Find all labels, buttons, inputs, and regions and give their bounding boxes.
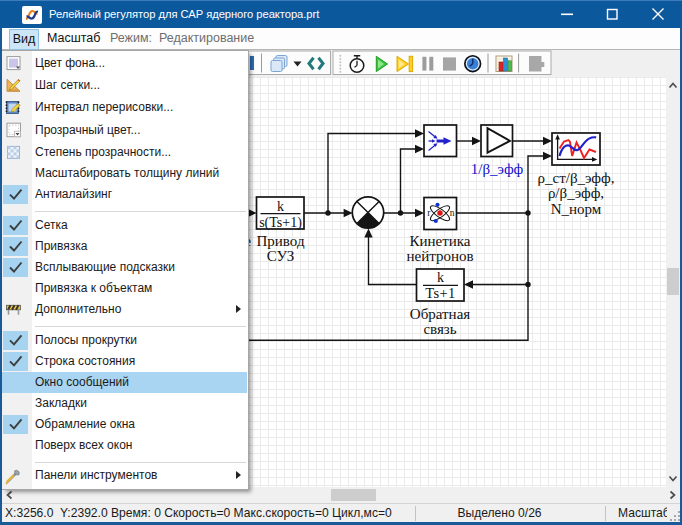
svg-text:нейтронов: нейтронов [406, 248, 473, 264]
svg-text:k: k [437, 270, 444, 285]
svg-text:1/β_эфф: 1/β_эфф [471, 161, 524, 177]
svg-text:n: n [450, 208, 455, 218]
svg-text:N_норм: N_норм [551, 201, 602, 217]
svg-text:ρ_ст/β_эфф,: ρ_ст/β_эфф, [538, 170, 615, 186]
svg-text:Ts+1: Ts+1 [425, 285, 456, 301]
svg-text:s(Ts+1): s(Ts+1) [259, 215, 302, 231]
svg-text:Кинетика: Кинетика [409, 233, 470, 249]
svg-text:k: k [277, 199, 284, 214]
svg-text:Привод: Привод [256, 233, 304, 249]
svg-text:Обратная: Обратная [410, 306, 470, 322]
svg-text:ρ/β_эфф,: ρ/β_эфф, [548, 185, 604, 201]
svg-text:СУЗ: СУЗ [267, 248, 295, 264]
svg-text:связь: связь [423, 321, 456, 337]
